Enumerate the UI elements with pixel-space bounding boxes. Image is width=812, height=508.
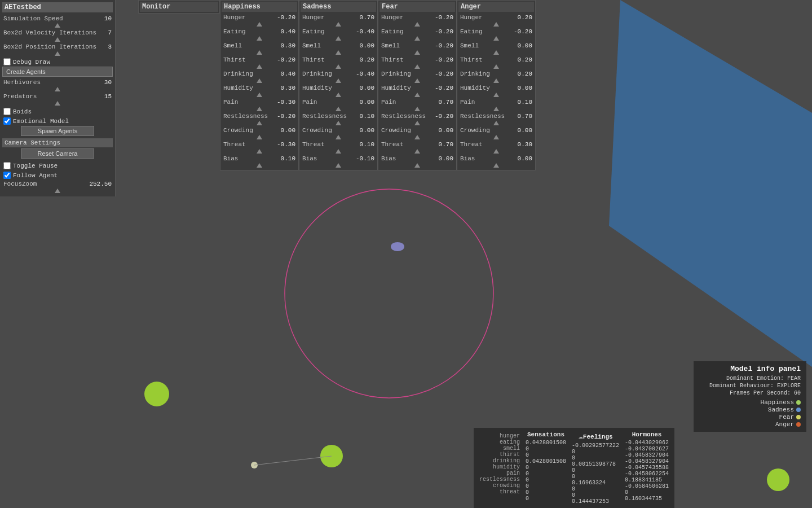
emotion-slider-restlessness[interactable] — [414, 121, 420, 125]
emotion-row-value: 0.00 — [431, 127, 453, 134]
emotion-slider-crowding[interactable] — [257, 135, 262, 139]
emotion-title: Anger — [458, 2, 534, 12]
position-iter-slider[interactable] — [55, 51, 60, 56]
emotion-slider-humidity[interactable] — [493, 93, 499, 97]
emotion-row-value: -0.20 — [431, 113, 453, 120]
emotion-slider-thirst[interactable] — [257, 64, 262, 69]
emotion-slider-bias[interactable] — [414, 163, 420, 168]
fps-display: Frames Per Second: 60 — [699, 390, 801, 396]
emotion-slider-drinking[interactable] — [414, 78, 420, 83]
monitor-title: Monitor — [140, 2, 218, 12]
emotion-slider-threat[interactable] — [493, 149, 499, 154]
emotion-row-value: 0.00 — [352, 42, 374, 49]
emotion-slider-crowding[interactable] — [493, 135, 499, 139]
emotion-slider-humidity[interactable] — [336, 93, 341, 97]
emotion-row-label: Humidity — [302, 85, 342, 91]
boids-row: Boids — [2, 107, 113, 116]
spawn-agents-button[interactable]: Spawn Agents — [21, 126, 94, 136]
hormone-val-7: -0.0584506281 — [625, 483, 669, 489]
emotion-slider-drinking[interactable] — [336, 78, 341, 83]
sim-speed-slider[interactable] — [55, 23, 60, 28]
emotion-row-value: -0.20 — [273, 14, 295, 21]
emotion-row-label: Thirst — [381, 56, 421, 63]
emotion-slider-threat[interactable] — [257, 149, 262, 154]
emotion-row-threat: Threat0.70 — [379, 141, 455, 148]
emotion-slider-eating[interactable] — [493, 36, 499, 41]
debug-draw-checkbox[interactable] — [3, 58, 11, 65]
emotion-row-value: 0.30 — [273, 85, 295, 91]
emotion-slider-bias[interactable] — [336, 163, 341, 168]
emotion-slider-drinking[interactable] — [493, 78, 499, 83]
focus-zoom-slider[interactable] — [55, 189, 60, 193]
emotion-slider-smell[interactable] — [336, 50, 341, 55]
emotion-slider-humidity[interactable] — [414, 93, 420, 97]
sensation-label-threat: threat — [479, 489, 520, 495]
emotion-row-crowding: Crowding0.00 — [458, 126, 534, 134]
emotion-slider-hunger[interactable] — [336, 22, 341, 27]
emotion-row-label: Smell — [302, 42, 342, 49]
create-agents-button[interactable]: Create Agents — [2, 67, 113, 77]
feeling-val-8: 0 — [572, 492, 619, 498]
emotion-slider-smell[interactable] — [257, 50, 262, 55]
reset-camera-button[interactable]: Reset Camera — [21, 148, 94, 159]
emotion-bar-anger: Anger — [699, 421, 801, 428]
emotion-row-label: Threat — [223, 141, 263, 148]
emotion-slider-humidity[interactable] — [257, 93, 262, 97]
emotion-row-pain: Pain0.10 — [458, 98, 534, 106]
emotion-slider-restlessness[interactable] — [257, 121, 262, 125]
emotion-slider-smell[interactable] — [414, 50, 420, 55]
emotion-row-label: Bias — [381, 155, 421, 162]
emotion-slider-hunger[interactable] — [493, 22, 499, 27]
feeling-val-9: 0.144437253 — [572, 498, 619, 505]
boids-checkbox[interactable] — [3, 108, 11, 115]
emotion-slider-hunger[interactable] — [414, 22, 420, 27]
emotion-row-value: 0.20 — [510, 71, 532, 77]
emotion-slider-smell[interactable] — [493, 50, 499, 55]
emotion-row-eating: Eating-0.20 — [379, 28, 455, 36]
emotion-slider-crowding[interactable] — [336, 135, 341, 139]
emotion-slider-eating[interactable] — [257, 36, 262, 41]
emotion-slider-pain[interactable] — [493, 107, 499, 111]
herbivores-slider[interactable] — [55, 87, 60, 91]
emotion-row-drinking: Drinking0.20 — [458, 70, 534, 78]
emotion-bar-label-fear: Fear — [779, 414, 794, 421]
emotion-slider-threat[interactable] — [336, 149, 341, 154]
emotion-slider-restlessness[interactable] — [336, 121, 341, 125]
predators-value: 15 — [98, 93, 112, 100]
emotion-slider-thirst[interactable] — [493, 64, 499, 69]
emotion-slider-bias[interactable] — [493, 163, 499, 168]
feelings-col: ☁Feelings-0.00292577222000.0015139877800… — [572, 431, 619, 505]
emotion-slider-bias[interactable] — [257, 163, 262, 168]
predators-slider[interactable] — [55, 101, 60, 106]
toggle-pause-checkbox[interactable] — [3, 162, 11, 169]
sensation-label-pain: pain — [479, 470, 520, 476]
emotion-row-value: -0.10 — [352, 155, 374, 162]
follow-agent-checkbox[interactable] — [3, 172, 11, 179]
emotion-row-value: 0.10 — [352, 113, 374, 120]
emotion-slider-crowding[interactable] — [414, 135, 420, 139]
emotion-bar-label-sadness: Sadness — [768, 406, 794, 413]
emotion-slider-pain[interactable] — [257, 107, 262, 111]
emotion-slider-eating[interactable] — [336, 36, 341, 41]
debug-draw-label: Debug Draw — [13, 59, 50, 65]
emotion-row-label: Crowding — [381, 127, 421, 134]
sensation-label-restlessness: restlessness — [479, 476, 520, 483]
emotion-slider-hunger[interactable] — [257, 22, 262, 27]
emotion-slider-thirst[interactable] — [336, 64, 341, 69]
left-panel: AETestbed Simulation Speed 10 Box2d Velo… — [0, 0, 116, 196]
emotion-slider-threat[interactable] — [414, 149, 420, 154]
dominant-behaviour: Dominant Behaviour: EXPLORE — [699, 383, 801, 389]
emotion-slider-pain[interactable] — [336, 107, 341, 111]
emotional-model-checkbox[interactable] — [3, 117, 11, 125]
emotion-slider-thirst[interactable] — [414, 64, 420, 69]
emotion-row-label: Threat — [460, 141, 500, 148]
emotion-row-value: -0.20 — [431, 28, 453, 35]
emotion-slider-drinking[interactable] — [257, 78, 262, 83]
emotion-slider-pain[interactable] — [414, 107, 420, 111]
hormone-val-5: -0.0458062254 — [625, 471, 669, 477]
emotion-row-hunger: Hunger-0.20 — [222, 14, 297, 21]
velocity-iter-slider[interactable] — [55, 37, 60, 42]
emotion-row-value: 0.70 — [431, 141, 453, 148]
emotion-slider-eating[interactable] — [414, 36, 420, 41]
emotion-slider-restlessness[interactable] — [493, 121, 499, 125]
